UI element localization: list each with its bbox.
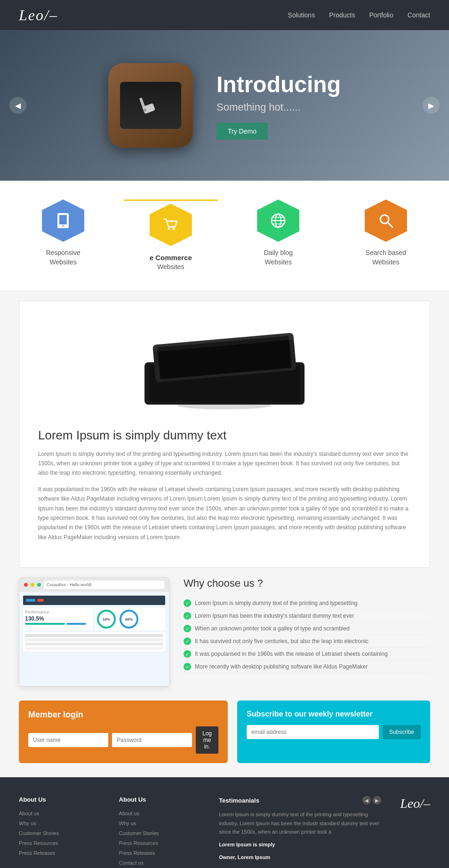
footer-link[interactable]: Customer Stories <box>119 828 200 838</box>
why-item-3: ✓ When an unknown printer took a galley … <box>184 622 430 635</box>
hero-content: Introducing Something hot...... Try Demo <box>108 63 341 148</box>
password-input[interactable] <box>112 733 192 747</box>
why-section: Cssauthor - Hello world! Performance 130… <box>19 577 430 686</box>
circle-stat-1: 10% <box>97 610 116 629</box>
footer: About Us About us Why us Customer Storie… <box>0 777 449 868</box>
browser-content: Performance 130.5% 10% 60% <box>19 592 169 686</box>
check-icon-6: ✓ <box>184 663 191 670</box>
browser-bar: Cssauthor - Hello world! <box>19 578 169 592</box>
member-form: Log me in. <box>28 726 218 754</box>
newsletter-box: Subscribe to our weekly newsletter Subsc… <box>237 701 430 763</box>
testimonial-next[interactable]: ▶ <box>373 796 381 804</box>
footer-link[interactable]: Press Releases <box>119 848 200 858</box>
try-demo-button[interactable]: Try Demo <box>216 123 268 140</box>
check-icon-4: ✓ <box>184 637 191 645</box>
testimonials-title: Testimoanials ◀ ▶ <box>219 796 381 804</box>
search-icon <box>376 210 396 231</box>
footer-col2-title: About Us <box>119 796 200 803</box>
member-login-box: Member login Log me in. <box>19 701 228 763</box>
hero-prev-arrow[interactable]: ◀ <box>9 97 26 114</box>
blog-label: Daily blog Websites <box>264 248 293 267</box>
nav-solutions[interactable]: Solutions <box>288 11 315 19</box>
footer-link[interactable]: Press Resources <box>119 838 200 848</box>
product-section: Lorem Ipsum is simply dummy text Lorem I… <box>19 301 430 568</box>
header: Leo/– Solutions Products Portfolio Conta… <box>0 0 449 30</box>
footer-link[interactable]: About us <box>19 809 100 819</box>
circle-stat-2: 60% <box>120 610 138 629</box>
stat-bar-cyan <box>25 623 65 625</box>
logo: Leo/– <box>19 7 58 24</box>
nav-contact[interactable]: Contact <box>408 11 430 19</box>
browser-dot-green <box>37 583 41 587</box>
globe-icon <box>268 210 289 231</box>
testimonial-text: Lorem Ipsum is simply dummy text of the … <box>219 810 381 861</box>
product-para1: Lorem Ipsum is simply dummy text of the … <box>38 449 411 478</box>
browser-nav <box>23 596 165 605</box>
cart-icon <box>160 215 181 235</box>
responsive-label: Responsive Websites <box>46 248 80 267</box>
circle-row: 10% 60% <box>97 610 163 629</box>
footer-link[interactable]: Press Resources <box>19 838 100 848</box>
nav-portfolio[interactable]: Portfolio <box>369 11 393 19</box>
hero-text: Introducing Something hot...... Try Demo <box>216 72 341 140</box>
footer-col-1: About Us About us Why us Customer Storie… <box>19 796 100 868</box>
testimonial-nav: ◀ ▶ <box>362 796 381 804</box>
browser-table-mockup <box>23 632 165 652</box>
blog-hex <box>257 199 299 242</box>
hero-icon-inner <box>120 82 181 129</box>
testimonial-prev[interactable]: ◀ <box>362 796 371 804</box>
feature-search[interactable]: Search based Websites <box>339 199 433 272</box>
stat-num: 130.5% <box>25 615 91 622</box>
product-tablet-svg <box>130 320 319 414</box>
feature-responsive[interactable]: Responsive Websites <box>16 199 110 272</box>
hero-subtitle: Something hot...... <box>216 101 341 113</box>
check-icon-5: ✓ <box>184 650 191 658</box>
why-title: Why choose us ? <box>184 577 430 589</box>
check-icon-3: ✓ <box>184 625 191 632</box>
product-para2: It was popularised in the 1960s with the… <box>38 485 411 542</box>
check-icon-1: ✓ <box>184 599 191 607</box>
footer-col-2: About Us About us Why us Customer Storie… <box>119 796 200 868</box>
stat-card-circles: 10% 60% <box>95 608 165 630</box>
browser-dot-red <box>24 583 28 587</box>
footer-logo-col: Leo/– <box>400 796 430 868</box>
spatula-icon <box>136 91 165 119</box>
username-input[interactable] <box>28 733 108 747</box>
why-list: ✓ Lorem Ipsum is simply dummy text of th… <box>184 597 430 673</box>
why-item-4: ✓ It has survived not only five centurie… <box>184 635 430 648</box>
main-nav: Solutions Products Portfolio Contact <box>288 11 430 19</box>
login-button[interactable]: Log me in. <box>196 726 218 754</box>
member-title: Member login <box>28 710 218 720</box>
search-hex <box>365 199 407 242</box>
feature-blog[interactable]: Daily blog Websites <box>231 199 325 272</box>
product-title: Lorem Ipsum is simply dummy text <box>38 428 411 443</box>
footer-link[interactable]: About us <box>119 809 200 819</box>
why-item-1: ✓ Lorem Ipsum is simply dummy text of th… <box>184 597 430 610</box>
footer-link[interactable]: Contact us <box>119 858 200 868</box>
email-input[interactable] <box>247 725 379 739</box>
why-text: Why choose us ? ✓ Lorem Ipsum is simply … <box>184 577 430 673</box>
footer-testimonials: Testimoanials ◀ ▶ Lorem Ipsum is simply … <box>219 796 381 868</box>
footer-link[interactable]: Press Releases <box>19 848 100 858</box>
nav-dot-blue <box>26 599 35 602</box>
tablet-icon <box>53 210 73 231</box>
newsletter-title: Subscribe to our weekly newsletter <box>247 710 421 718</box>
responsive-hex <box>42 199 84 242</box>
svg-point-2 <box>144 109 146 111</box>
stat-card-main: Performance 130.5% <box>23 608 93 630</box>
footer-link[interactable]: Customer Stories <box>19 828 100 838</box>
footer-link[interactable]: Why us <box>119 819 200 828</box>
browser-url: Cssauthor - Hello world! <box>44 581 164 589</box>
svg-point-6 <box>168 228 170 230</box>
features-section: Responsive Websites e Commerce Websites <box>0 181 449 291</box>
why-item-6: ✓ More recently with desktop publishing … <box>184 661 430 673</box>
search-label: Search based Websites <box>366 248 406 267</box>
nav-dot-red <box>37 599 44 602</box>
browser-stats: Performance 130.5% 10% 60% <box>23 608 165 630</box>
svg-line-14 <box>388 223 393 227</box>
feature-commerce[interactable]: e Commerce Websites <box>124 199 218 272</box>
nav-products[interactable]: Products <box>329 11 355 19</box>
subscribe-button[interactable]: Subscribe <box>383 725 421 739</box>
hero-next-arrow[interactable]: ▶ <box>423 97 440 114</box>
footer-link[interactable]: Why us <box>19 819 100 828</box>
